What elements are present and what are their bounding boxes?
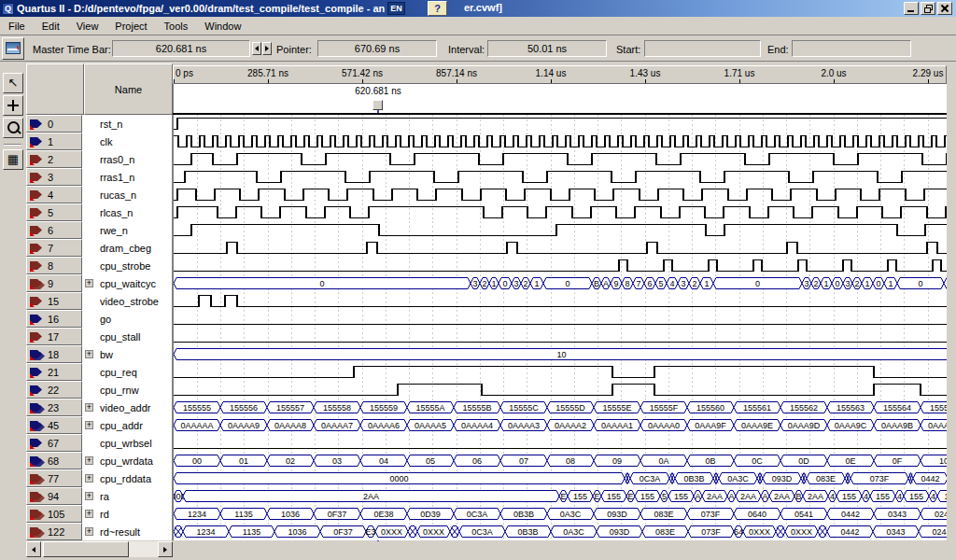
waveform-cpu_strobe[interactable] [174,257,948,274]
waveform-editor-icon[interactable] [2,37,24,60]
master-time-marker-handle[interactable] [373,100,383,110]
menu-project[interactable]: Project [106,19,155,34]
waveform-video_strobe[interactable] [174,292,948,310]
signal-row-clk[interactable]: 1clk [26,133,172,150]
expand-group-button[interactable]: + [85,474,93,483]
expand-group-button[interactable]: + [85,350,93,358]
signal-index-button[interactable]: 23 [26,399,82,416]
waveform-cpu_wrbsel[interactable] [174,434,948,452]
waveform-cpu_rddata[interactable]: 00000C3A0B3B0A3C093D083E073F0442 [174,469,948,487]
waveform-rwe_n[interactable] [174,221,948,239]
signal-row-rd[interactable]: 105+rd [26,505,172,523]
signal-index-button[interactable]: 94 [26,487,82,505]
signal-name-label[interactable]: rd~result [100,526,140,538]
marker-band[interactable] [173,84,947,115]
menu-edit[interactable]: Edit [34,19,68,34]
time-ruler[interactable]: 0 ps285.71 ns571.42 ns857.14 ns1.14 us1.… [173,65,947,84]
signal-row-cpu_waitcyc[interactable]: 9+cpu_waitcyc [26,274,172,292]
waveform-rd[interactable]: 1234113510360F370E380D390C3A0B3B0A3C093D… [174,505,948,523]
signal-name-label[interactable]: rd [100,509,109,520]
signal-name-label[interactable]: rwe_n [100,225,128,236]
signal-name-label[interactable]: rras1_n [100,172,134,183]
menu-file[interactable]: File [0,19,34,34]
wave-row-rucas_n[interactable] [174,186,947,203]
signal-index-button[interactable]: 2 [26,150,82,168]
signal-index-button[interactable]: 7 [26,239,82,257]
signal-name-label[interactable]: rlcas_n [100,207,133,218]
signal-row-bw[interactable]: 18+bw [26,345,172,363]
signal-row-cpu_req[interactable]: 21cpu_req [26,363,172,381]
signal-index-button[interactable]: 6 [26,221,82,239]
wave-row-video_addr[interactable]: 15555515555615555715555815555915555A1555… [174,399,947,416]
expand-group-button[interactable]: + [85,456,93,465]
waveform-rd~result[interactable]: 1234113510360F37E30XXX0XXX0C3A0B3B0A3C09… [174,523,948,540]
expand-group-button[interactable]: + [85,510,93,518]
signal-index-button[interactable]: 122 [26,523,82,540]
signal-name-label[interactable]: cpu_rnw [100,385,139,396]
signal-index-button[interactable]: 77 [26,469,82,487]
waveform-cpu_wrdata[interactable]: 000102030405060708090A0B0C0D0E0F10 [174,452,948,469]
language-indicator[interactable]: EN [387,2,405,15]
signal-index-button[interactable]: 17 [26,328,82,345]
end-field[interactable] [792,40,911,57]
signal-name-label[interactable]: dram_cbeg [100,243,151,254]
waveform-rras0_n[interactable] [174,150,948,168]
wave-row-rst_n[interactable] [174,115,947,133]
waveform-clk[interactable] [174,133,948,150]
start-field[interactable] [644,40,761,57]
signal-name-label[interactable]: cpu_addr [100,420,143,431]
wave-row-clk[interactable] [174,133,947,150]
signal-row-rras1_n[interactable]: 3rras1_n [26,168,172,186]
signal-row-cpu_wrdata[interactable]: 68+cpu_wrdata [26,452,172,469]
signal-row-cpu_rddata[interactable]: 77+cpu_rddata [26,469,172,487]
signal-row-ra[interactable]: 94+ra [26,487,172,505]
signal-index-button[interactable]: 67 [26,434,82,452]
wave-row-dram_cbeg[interactable] [174,239,947,257]
signal-row-cpu_stall[interactable]: 17cpu_stall [26,328,172,345]
signal-name-label[interactable]: cpu_rddata [100,473,151,484]
scroll-left-button[interactable] [26,541,41,557]
signal-list-scrollbar[interactable] [26,541,173,557]
wave-row-rd~result[interactable]: 1234113510360F37E30XXX0XXX0C3A0B3B0A3C09… [174,523,947,540]
waveform-video_addr[interactable]: 15555515555615555715555815555915555A1555… [174,399,948,416]
waveform-cpu_stall[interactable] [174,328,948,345]
selection-tool-button[interactable]: ↖ [3,73,23,93]
wave-row-cpu_req[interactable] [174,363,947,381]
signal-name-label[interactable]: cpu_wrdata [100,455,153,467]
signal-row-go[interactable]: 16go [26,310,172,328]
waveform-rst_n[interactable] [174,115,948,133]
full-screen-tool-button[interactable]: ▦ [3,149,23,170]
time-step-forward-button[interactable] [262,42,272,55]
wave-row-rwe_n[interactable] [174,221,947,239]
waveform-ra[interactable]: 0002AAE155E155E1555155A2AAA2AAA2AAB2AA41… [174,487,948,505]
signal-row-rlcas_n[interactable]: 5rlcas_n [26,203,172,221]
signal-index-button[interactable]: 21 [26,363,82,381]
signal-index-button[interactable]: 8 [26,257,82,274]
signal-row-rucas_n[interactable]: 4rucas_n [26,186,172,203]
time-step-back-button[interactable] [252,42,261,55]
expand-group-button[interactable]: + [85,403,93,412]
signal-name-label[interactable]: clk [100,136,112,147]
waveform-rras1_n[interactable] [174,168,948,186]
wave-row-cpu_wrbsel[interactable] [174,434,947,452]
signal-index-button[interactable]: 18 [26,345,82,363]
signal-name-label[interactable]: cpu_wrbsel [100,438,152,449]
waveform-cpu_waitcyc[interactable]: 032103210BA987654321032103210101 [174,274,948,292]
zoom-tool-button[interactable] [3,118,23,138]
signal-index-button[interactable]: 9 [26,274,82,292]
expand-group-button[interactable]: + [85,527,93,536]
expand-group-button[interactable]: + [85,421,93,429]
time-bar-tool-button[interactable] [3,95,23,116]
signal-index-button[interactable]: 4 [26,186,82,203]
signal-index-button[interactable]: 105 [26,505,82,523]
signal-index-button[interactable]: 45 [26,416,82,434]
minimize-button[interactable] [904,2,919,15]
signal-row-cpu_strobe[interactable]: 8cpu_strobe [26,257,172,274]
menu-window[interactable]: Window [196,19,249,34]
signal-index-button[interactable]: 16 [26,310,82,328]
signal-name-label[interactable]: video_addr [100,402,150,413]
signal-name-label[interactable]: go [100,314,111,325]
signal-row-cpu_addr[interactable]: 45+cpu_addr [26,416,172,434]
master-time-bar-field[interactable]: 620.681 ns [112,40,250,57]
signal-row-cpu_rnw[interactable]: 22cpu_rnw [26,381,172,399]
